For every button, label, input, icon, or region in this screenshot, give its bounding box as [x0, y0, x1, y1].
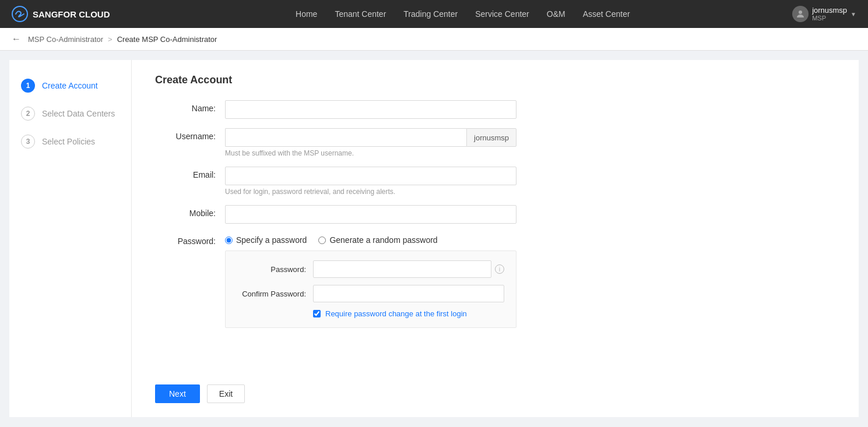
password-field-row: Password: i — [237, 260, 504, 278]
nav-links: Home Tenant Center Trading Center Servic… — [133, 9, 793, 19]
password-field-label: Password: — [237, 265, 313, 274]
step-1-label: Create Account — [42, 81, 98, 90]
nav-service-center[interactable]: Service Center — [475, 9, 529, 19]
user-menu[interactable]: jornusmsp MSP ▼ — [792, 6, 856, 23]
page-title: Create Account — [155, 74, 835, 86]
breadcrumb-current: Create MSP Co-Administrator — [117, 35, 217, 44]
footer-buttons: Next Exit — [155, 384, 245, 403]
confirm-password-row: Confirm Password: — [237, 285, 504, 302]
username-input[interactable] — [225, 128, 466, 147]
mobile-field-wrapper — [225, 205, 516, 224]
nav-om[interactable]: O&M — [547, 9, 565, 19]
name-label: Name: — [155, 100, 225, 113]
chevron-down-icon: ▼ — [851, 11, 856, 17]
password-info-icon[interactable]: i — [495, 264, 504, 274]
next-button[interactable]: Next — [155, 384, 200, 403]
breadcrumb-separator: > — [108, 35, 113, 44]
step-3-label: Select Policies — [42, 137, 95, 146]
password-label: Password: — [155, 233, 225, 246]
email-row: Email: Used for login, password retrieva… — [155, 167, 835, 196]
mobile-input[interactable] — [225, 205, 516, 224]
email-hint: Used for login, password retrieval, and … — [225, 188, 516, 196]
username-hint: Must be suffixed with the MSP username. — [225, 149, 516, 157]
confirm-password-input[interactable] — [313, 285, 504, 302]
nav-asset-center[interactable]: Asset Center — [583, 9, 630, 19]
generate-password-option[interactable]: Generate a random password — [318, 235, 437, 245]
mobile-row: Mobile: — [155, 205, 835, 224]
email-label: Email: — [155, 167, 225, 179]
step-3[interactable]: 3 Select Policies — [9, 128, 131, 156]
username-row: Username: jornusmsp Must be suffixed wit… — [155, 128, 835, 157]
logo: SANGFOR CLOUD — [12, 6, 110, 22]
top-navigation: SANGFOR CLOUD Home Tenant Center Trading… — [0, 0, 868, 28]
require-change-checkbox[interactable] — [313, 310, 321, 317]
main-container: 1 Create Account 2 Select Data Centers 3… — [0, 51, 868, 426]
username-label: Username: — [155, 128, 225, 141]
nav-home[interactable]: Home — [296, 9, 317, 19]
steps-sidebar: 1 Create Account 2 Select Data Centers 3… — [9, 60, 132, 417]
password-options-row: Password: Specify a password Generate a … — [155, 233, 835, 328]
email-input[interactable] — [225, 167, 516, 185]
name-row: Name: — [155, 100, 835, 119]
generate-password-radio[interactable] — [318, 237, 326, 244]
require-change-row: Require password change at the first log… — [237, 309, 504, 318]
name-field-wrapper — [225, 100, 516, 119]
nav-tenant-center[interactable]: Tenant Center — [335, 9, 386, 19]
require-change-label[interactable]: Require password change at the first log… — [325, 309, 467, 318]
user-role: MSP — [812, 15, 847, 22]
nav-trading-center[interactable]: Trading Center — [403, 9, 458, 19]
username-suffix: jornusmsp — [466, 128, 516, 147]
username-input-group: jornusmsp — [225, 128, 516, 147]
password-box: Password: i Confirm Password: — [225, 250, 516, 328]
specify-password-radio[interactable] — [225, 237, 233, 244]
breadcrumb-parent[interactable]: MSP Co-Administrator — [28, 35, 103, 44]
breadcrumb: ← MSP Co-Administrator > Create MSP Co-A… — [0, 28, 868, 51]
svg-point-0 — [12, 6, 27, 22]
step-3-circle: 3 — [21, 135, 35, 149]
password-type-options: Specify a password Generate a random pas… — [225, 233, 516, 245]
username-field-wrapper: jornusmsp Must be suffixed with the MSP … — [225, 128, 516, 157]
name-input[interactable] — [225, 100, 516, 119]
back-button[interactable]: ← — [12, 34, 21, 44]
step-1-circle: 1 — [21, 79, 35, 93]
step-2-circle: 2 — [21, 107, 35, 121]
password-input[interactable] — [313, 260, 491, 278]
content-area: Create Account Name: Username: jornusmsp… — [132, 60, 859, 417]
step-2[interactable]: 2 Select Data Centers — [9, 100, 131, 128]
username-display: jornusmsp — [812, 6, 847, 15]
confirm-password-wrapper — [313, 285, 504, 302]
confirm-password-label: Confirm Password: — [237, 290, 313, 298]
password-options-wrapper: Specify a password Generate a random pas… — [225, 233, 516, 328]
exit-button[interactable]: Exit — [207, 384, 245, 403]
step-1[interactable]: 1 Create Account — [9, 72, 131, 100]
svg-point-1 — [799, 10, 802, 14]
step-2-label: Select Data Centers — [42, 109, 115, 118]
mobile-label: Mobile: — [155, 205, 225, 218]
specify-password-option[interactable]: Specify a password — [225, 235, 307, 245]
email-field-wrapper: Used for login, password retrieval, and … — [225, 167, 516, 196]
app-title: SANGFOR CLOUD — [33, 9, 110, 19]
password-input-wrapper: i — [313, 260, 504, 278]
avatar — [792, 6, 809, 22]
user-info: jornusmsp MSP — [812, 6, 847, 23]
